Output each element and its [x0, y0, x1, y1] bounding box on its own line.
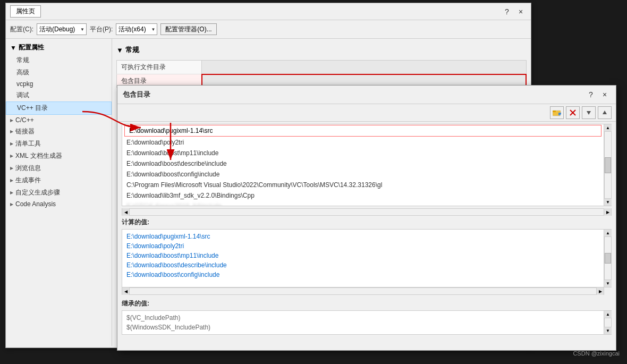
triangle-custom-build: ▶: [10, 190, 13, 195]
triangle-expand-main: ▼: [116, 46, 123, 54]
sidebar: ▼ 配置属性 常规 高级 vcpkg 调试 VC++ 目录 ▶ C/C++: [6, 39, 112, 346]
computed-item-1: E:\download\poly2tri: [126, 241, 599, 251]
path-item-2[interactable]: E:\download\boost\mp11\include: [122, 148, 604, 158]
path-item-4[interactable]: E:\download\boost\config\include: [122, 169, 604, 180]
sidebar-item-vcpkg[interactable]: vcpkg: [6, 79, 112, 89]
svg-marker-8: [603, 111, 607, 114]
help-button[interactable]: ?: [501, 6, 513, 18]
path-list[interactable]: E:\download\pugixml-1.14\src E:\download…: [122, 124, 604, 206]
sidebar-item-browse[interactable]: ▶ 浏览信息: [6, 162, 112, 174]
computed-scroll-thumb[interactable]: [605, 253, 611, 264]
sidebar-item-custom-build[interactable]: ▶ 自定义生成步骤: [6, 187, 112, 199]
sidebar-section: ▼ 配置属性: [6, 41, 112, 54]
delete-button[interactable]: [566, 106, 580, 119]
computed-scroll-down[interactable]: ▼: [604, 280, 612, 287]
path-item-5[interactable]: C:\Program Files\Microsoft Visual Studio…: [122, 180, 604, 190]
h-scroll-right[interactable]: ▶: [604, 208, 611, 216]
scroll-down-arrow[interactable]: ▼: [604, 198, 612, 206]
section-header: ▼ 常规: [116, 43, 527, 57]
config-bar: 配置(C): 活动(Debug) 平台(P): 活动(x64) 配置管理器(O)…: [6, 20, 531, 39]
inherited-section: 继承的值: $(VC_IncludePath) $(WindowsSDK_Inc…: [117, 297, 616, 337]
platform-select-wrapper[interactable]: 活动(x64): [116, 23, 157, 35]
overlay-title: 包含目录 ? ×: [117, 86, 616, 104]
overlay-toolbar: +: [117, 104, 616, 122]
computed-scroll-up[interactable]: ▲: [604, 230, 612, 237]
path-list-container: E:\download\pugixml-1.14\src E:\download…: [122, 124, 612, 206]
overlay-close-button[interactable]: ×: [599, 89, 611, 100]
triangle-code-analysis: ▶: [10, 202, 13, 207]
sidebar-item-general[interactable]: 常规: [6, 54, 112, 66]
inherited-label: 继承的值:: [122, 299, 612, 308]
overlay-dialog: 包含目录 ? × +: [117, 85, 616, 351]
exe-label: 可执行文件目录: [117, 61, 202, 74]
add-folder-button[interactable]: +: [550, 106, 564, 119]
computed-item-4: E:\download\boost\config\include: [126, 270, 599, 280]
watermark: CSDN @zixingcai: [573, 350, 620, 357]
config-select-wrapper[interactable]: 活动(Debug): [37, 23, 87, 35]
props-table: 可执行文件目录 包含目录: [116, 60, 527, 89]
title-bar: 属性页 ? ×: [6, 3, 531, 20]
h-scrollbar-computed[interactable]: ◀ ▶: [122, 287, 604, 295]
triangle-expand: ▼: [10, 44, 16, 52]
overlay-help-button[interactable]: ?: [585, 89, 597, 100]
triangle-cpp: ▶: [10, 118, 13, 123]
triangle-xml: ▶: [10, 154, 13, 158]
triangle-build-events: ▶: [10, 178, 13, 183]
path-item-1[interactable]: E:\download\poly2tri: [122, 137, 604, 148]
sidebar-item-manifest[interactable]: ▶ 清单工具: [6, 138, 112, 150]
inherited-container: $(VC_IncludePath) $(WindowsSDK_IncludePa…: [122, 310, 612, 335]
triangle-browse: ▶: [10, 166, 13, 171]
exe-value: [202, 61, 527, 74]
scroll-up-arrow[interactable]: ▲: [604, 124, 612, 132]
sidebar-item-debug[interactable]: 调试: [6, 89, 112, 101]
table-row-exe: 可执行文件目录: [117, 61, 527, 74]
computed-item-2: E:\download\boost\mp11\include: [126, 251, 599, 260]
move-up-button[interactable]: [598, 106, 612, 119]
computed-item-0: E:\download\pugixml-1.14\src: [126, 232, 599, 241]
sidebar-item-xml[interactable]: ▶ XML 文档生成器: [6, 150, 112, 162]
folder-icon: +: [553, 109, 561, 116]
delete-icon: [569, 109, 577, 116]
overlay-win-btns: ? ×: [585, 89, 611, 100]
triangle-manifest: ▶: [10, 141, 13, 146]
path-item-6[interactable]: E:\download\lib3mf_sdk_v2.2.0\Bindings\C…: [122, 190, 604, 201]
path-item-3[interactable]: E:\download\boost\describe\include: [122, 158, 604, 169]
computed-label: 计算的值:: [122, 218, 612, 227]
h-scroll-left[interactable]: ◀: [122, 208, 130, 216]
title-tab: 属性页: [10, 5, 41, 18]
scroll-thumb[interactable]: [605, 157, 611, 173]
h-scrollbar-paths[interactable]: ◀ ▶: [122, 208, 612, 216]
computed-box: E:\download\pugixml-1.14\src E:\download…: [122, 229, 604, 287]
config-label: 配置(C):: [10, 25, 33, 34]
svg-rect-2: [553, 111, 556, 112]
platform-select[interactable]: 活动(x64): [116, 23, 157, 35]
computed-section: 计算的值: E:\download\pugixml-1.14\src E:\do…: [117, 216, 616, 297]
path-item-7: E:\QTC\6.4\msvc2019_64\include: [122, 201, 604, 206]
computed-item-3: E:\download\boost\describe\include: [126, 260, 599, 270]
platform-label: 平台(P):: [90, 25, 113, 34]
overlay-title-text: 包含目录: [123, 90, 150, 99]
close-button[interactable]: ×: [515, 6, 527, 18]
triangle-linker: ▶: [10, 129, 13, 134]
sidebar-item-cpp[interactable]: ▶ C/C++: [6, 115, 112, 125]
path-list-scrollbar[interactable]: ▲ ▼: [604, 124, 612, 206]
computed-container: E:\download\pugixml-1.14\src E:\download…: [122, 229, 612, 287]
svg-text:+: +: [560, 113, 561, 116]
computed-scrollbar[interactable]: ▲ ▼: [604, 229, 612, 287]
sidebar-item-build-events[interactable]: ▶ 生成事件: [6, 174, 112, 187]
sidebar-item-advanced[interactable]: 高级: [6, 66, 112, 79]
inherited-box: $(VC_IncludePath) $(WindowsSDK_IncludePa…: [122, 310, 604, 335]
sidebar-item-linker[interactable]: ▶ 链接器: [6, 125, 112, 138]
sidebar-item-code-analysis[interactable]: ▶ Code Analysis: [6, 199, 112, 209]
config-manager-button[interactable]: 配置管理器(O)...: [160, 23, 216, 35]
inherited-item-0: $(VC_IncludePath): [126, 313, 599, 323]
inherited-scrollbar[interactable]: ▲ ▼: [604, 310, 612, 335]
config-select[interactable]: 活动(Debug): [37, 23, 87, 35]
up-icon: [601, 109, 608, 116]
move-down-button[interactable]: [582, 106, 596, 119]
title-bar-left: 属性页: [10, 5, 41, 18]
path-item-0[interactable]: E:\download\pugixml-1.14\src: [124, 125, 601, 137]
sidebar-item-vc-dirs[interactable]: VC++ 目录: [6, 101, 112, 115]
svg-marker-7: [587, 111, 591, 115]
title-bar-right: ? ×: [501, 6, 527, 18]
